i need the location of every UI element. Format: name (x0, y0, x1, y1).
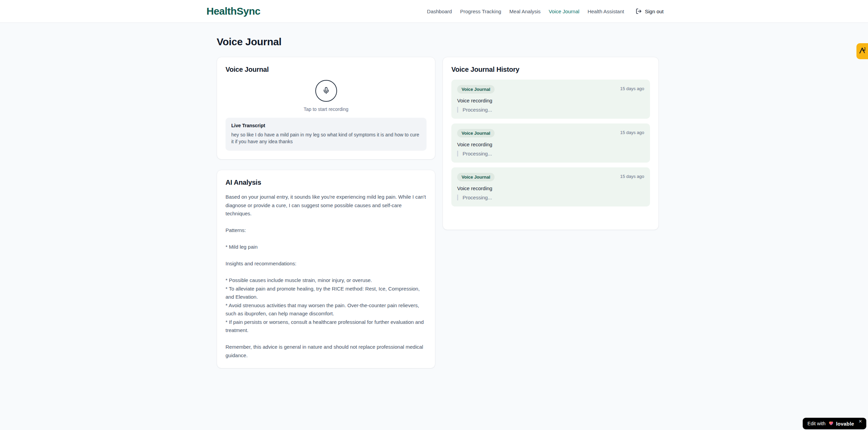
history-list: Voice Journal 15 days ago Voice recordin… (451, 80, 650, 206)
log-out-icon (636, 8, 642, 14)
peak-logo-icon (858, 47, 868, 56)
edit-with-lovable-badge[interactable]: Edit with lovable ✕ (803, 418, 866, 429)
entry-title: Voice recording (457, 142, 644, 147)
ai-analysis-body: Based on your journal entry, it sounds l… (226, 193, 427, 360)
history-entry[interactable]: Voice Journal 15 days ago Voice recordin… (451, 123, 650, 163)
mic-icon (322, 87, 330, 95)
entry-processing-status: Processing... (457, 107, 644, 113)
history-entry[interactable]: Voice Journal 15 days ago Voice recordin… (451, 167, 650, 206)
close-icon[interactable]: ✕ (858, 419, 862, 424)
page-title: Voice Journal (217, 36, 659, 48)
right-column: Voice Journal History Voice Journal 15 d… (443, 57, 659, 230)
voice-journal-history-card: Voice Journal History Voice Journal 15 d… (443, 57, 659, 230)
history-card-title: Voice Journal History (451, 66, 650, 73)
live-transcript-text: hey so like I do have a mild pain in my … (231, 131, 421, 145)
nav-item-health-assistant[interactable]: Health Assistant (587, 9, 624, 14)
entry-type-badge: Voice Journal (457, 173, 495, 181)
nav-item-voice-journal[interactable]: Voice Journal (549, 9, 579, 14)
heart-icon (828, 420, 834, 427)
left-column: Voice Journal Tap to start recording (217, 57, 435, 368)
nav-item-dashboard[interactable]: Dashboard (427, 9, 452, 14)
entry-processing-status: Processing... (457, 195, 644, 200)
sign-out-label: Sign out (645, 9, 664, 14)
entry-processing-status: Processing... (457, 151, 644, 156)
entry-title: Voice recording (457, 185, 644, 191)
entry-timestamp: 15 days ago (620, 85, 644, 91)
brand-logo[interactable]: HealthSync (206, 5, 260, 17)
app-header: HealthSync Dashboard Progress Tracking M… (0, 0, 868, 23)
lovable-brand-label: lovable (836, 421, 854, 427)
entry-timestamp: 15 days ago (620, 129, 644, 135)
live-transcript-box: Live Transcript hey so like I do have a … (226, 118, 427, 151)
main-nav: Dashboard Progress Tracking Meal Analysi… (427, 8, 664, 14)
ai-analysis-title: AI Analysis (226, 179, 427, 186)
tap-to-record-hint: Tap to start recording (304, 106, 349, 112)
sign-out-button[interactable]: Sign out (636, 8, 664, 14)
entry-title: Voice recording (457, 98, 644, 103)
edit-with-label: Edit with (807, 421, 825, 426)
recorder-card-title: Voice Journal (226, 66, 427, 73)
nav-item-meal-analysis[interactable]: Meal Analysis (510, 9, 541, 14)
entry-timestamp: 15 days ago (620, 173, 644, 179)
entry-type-badge: Voice Journal (457, 129, 495, 137)
nav-item-progress-tracking[interactable]: Progress Tracking (460, 9, 501, 14)
history-entry[interactable]: Voice Journal 15 days ago Voice recordin… (451, 80, 650, 119)
record-button[interactable] (315, 80, 337, 102)
voice-journal-page: Voice Journal Voice Journal (217, 23, 659, 368)
live-transcript-heading: Live Transcript (231, 123, 421, 128)
ai-analysis-card: AI Analysis Based on your journal entry,… (217, 170, 435, 368)
voice-recorder-card: Voice Journal Tap to start recording (217, 57, 435, 160)
entry-type-badge: Voice Journal (457, 85, 495, 94)
edge-tool-badge[interactable] (856, 43, 868, 59)
